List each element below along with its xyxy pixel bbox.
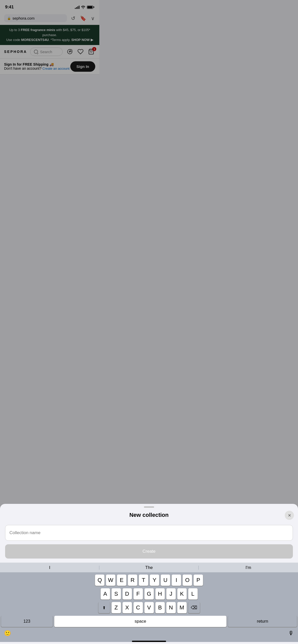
dim-overlay [0,0,99,215]
